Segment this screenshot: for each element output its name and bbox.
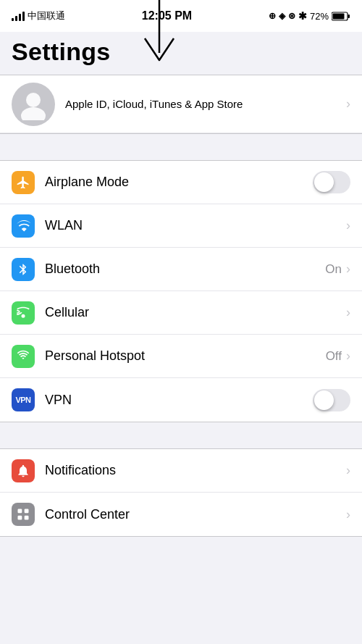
control-center-label: Control Center	[45, 507, 346, 522]
wlan-control: ›	[346, 218, 350, 233]
cellular-label: Cellular	[45, 305, 346, 320]
wlan-row[interactable]: WLAN ›	[0, 204, 362, 248]
bluetooth-chevron: ›	[346, 262, 350, 277]
control-center-control: ›	[346, 507, 350, 522]
cellular-icon	[12, 301, 35, 325]
airplane-mode-toggle[interactable]	[313, 171, 350, 193]
section-gap-2	[0, 422, 362, 448]
time-display: 12:05 PM	[142, 9, 192, 22]
svg-rect-11	[18, 516, 22, 520]
notifications-chevron: ›	[346, 463, 350, 478]
vpn-toggle[interactable]	[313, 389, 350, 411]
control-center-icon	[12, 503, 35, 526]
bluetooth-status-icon: ✱	[298, 10, 307, 22]
svg-point-6	[26, 93, 41, 107]
bluetooth-label: Bluetooth	[45, 262, 325, 277]
vpn-row[interactable]: VPN VPN	[0, 378, 362, 422]
profile-row[interactable]: Apple ID, iCloud, iTunes & App Store ›	[0, 75, 362, 133]
airplane-mode-label: Airplane Mode	[45, 175, 313, 190]
svg-point-7	[21, 107, 46, 120]
vpn-label: VPN	[45, 393, 313, 408]
alarm-icon: ⊛	[288, 11, 295, 21]
svg-rect-1	[348, 14, 350, 18]
vpn-control	[313, 389, 350, 411]
compass-icon: ◈	[279, 11, 285, 21]
personal-hotspot-control: Off ›	[326, 348, 350, 364]
personal-hotspot-row[interactable]: Personal Hotspot Off ›	[0, 335, 362, 378]
system-group: Notifications › Control Center ›	[0, 448, 362, 537]
svg-rect-9	[18, 509, 22, 514]
control-center-chevron: ›	[346, 507, 350, 522]
personal-hotspot-icon	[12, 345, 35, 368]
cellular-row[interactable]: Cellular ›	[0, 291, 362, 335]
airplane-mode-control	[313, 171, 350, 193]
svg-point-8	[22, 314, 25, 317]
profile-chevron: ›	[346, 96, 350, 112]
page-title: Settings	[12, 38, 350, 66]
notifications-icon	[12, 459, 35, 482]
wlan-icon	[12, 214, 35, 238]
airplane-mode-icon	[12, 171, 35, 194]
vpn-icon: VPN	[12, 388, 35, 411]
notifications-control: ›	[346, 463, 350, 478]
toggle-thumb	[314, 172, 334, 192]
notifications-row[interactable]: Notifications ›	[0, 449, 362, 493]
svg-rect-12	[25, 516, 29, 520]
cellular-control: ›	[346, 305, 350, 320]
connectivity-group: Airplane Mode WLAN ›	[0, 160, 362, 422]
personal-hotspot-chevron: ›	[346, 348, 350, 364]
svg-rect-10	[25, 509, 29, 514]
bluetooth-icon	[12, 258, 35, 281]
battery-icon	[332, 12, 350, 21]
svg-rect-2	[333, 13, 345, 19]
wlan-label: WLAN	[45, 218, 346, 233]
airplane-mode-row[interactable]: Airplane Mode	[0, 161, 362, 204]
section-gap-1	[0, 134, 362, 160]
toggle-thumb	[314, 390, 334, 410]
avatar	[12, 83, 55, 126]
status-bar: 中国联通 12:05 PM ⊕ ◈ ⊛ ✱ 72%	[0, 0, 362, 32]
status-left: 中国联通	[12, 9, 65, 22]
personal-hotspot-label: Personal Hotspot	[45, 348, 326, 364]
profile-label: Apple ID, iCloud, iTunes & App Store	[65, 97, 346, 112]
page-header: Settings	[0, 32, 362, 75]
battery-percent: 72%	[310, 11, 329, 22]
status-right: ⊕ ◈ ⊛ ✱ 72%	[269, 10, 350, 22]
location-icon: ⊕	[269, 11, 276, 21]
wlan-chevron: ›	[346, 218, 350, 233]
profile-section: Apple ID, iCloud, iTunes & App Store ›	[0, 75, 362, 134]
control-center-row[interactable]: Control Center ›	[0, 493, 362, 536]
bluetooth-row[interactable]: Bluetooth On ›	[0, 248, 362, 291]
bluetooth-control: On ›	[325, 262, 350, 277]
personal-hotspot-value: Off	[326, 349, 342, 364]
notifications-label: Notifications	[45, 463, 346, 478]
cellular-chevron: ›	[346, 305, 350, 320]
carrier-label: 中国联通	[28, 9, 65, 22]
bluetooth-value: On	[325, 262, 342, 277]
signal-bars	[12, 11, 25, 21]
